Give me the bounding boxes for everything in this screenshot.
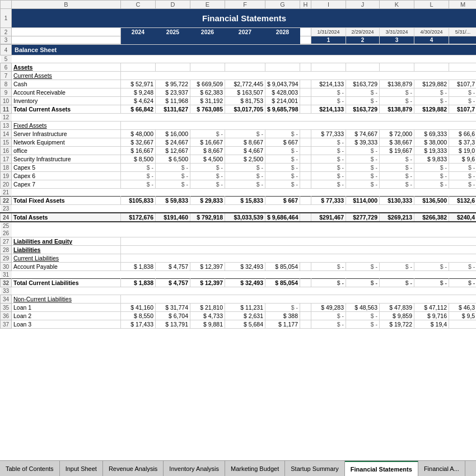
loan3-label: Loan 3 [12,320,121,329]
period-num-l: 4 [414,36,449,44]
tab-inventory-analysis[interactable]: Inventory Analysis [164,461,225,476]
total-fixed-assets-row: 22 Total Fixed Assets $105,833 $ 59,833 … [1,197,477,205]
account-receivable-label: Account Receivable [12,88,121,97]
tab-input-sheet[interactable]: Input Sheet [60,461,103,476]
spreadsheet-title: Financial Statements [12,9,477,28]
loan1-label: Loan 1 [12,304,121,312]
capex5-row: 18 Capex 5 $ - $ - $ - $ - $ - $ - $ - $… [1,164,477,172]
date-col-l: 4/30/2024 [414,28,449,36]
capex5-label: Capex 5 [12,164,121,172]
current-assets-label-row: 7 Current Assets [1,72,477,80]
loan1-row: 35 Loan 1 $ 41,160 $ 31,774 $ 21,810 $ 1… [1,304,477,312]
empty-row-23: 23 [1,205,477,213]
empty-row-12: 12 [1,114,477,122]
tab-bar: Table of Contents Input Sheet Revenue An… [0,460,476,476]
col-m-header: M [449,1,477,9]
liabilities-label-row: 28 Liabilities [1,246,477,254]
spreadsheet-container: B C D E F G H I J K L M 1 Financial Stat… [0,0,476,460]
total-current-liabilities-row: 32 Total Current Liabilities $ 1,838 $ 4… [1,279,477,287]
row-2-num: 2 [1,28,12,36]
account-payable-row: 30 Account Payable $ 1,838 $ 4,757 $ 12,… [1,263,477,271]
liabilities-equity-label-row: 27 Liabilities and Equity [1,237,477,246]
fixed-assets-label: Fixed Assets [12,122,121,130]
loan3-row: 37 Loan 3 $ 17,433 $ 13,791 $ 9,881 $ 5,… [1,320,477,329]
period-num-m [449,36,477,44]
year-2026: 2026 [190,28,225,36]
col-g-header: G [265,1,300,9]
noncurrent-liabilities-label: Non-Current Liabilities [12,295,121,304]
cash-i: $214,133 [311,80,346,88]
cash-row: 8 Cash $ 52,971 $ 95,722 $ 669,509 $2,77… [1,80,477,88]
year-headers-row: 2 2024 2025 2026 2027 2028 1/31/2024 2/2… [1,28,477,36]
server-infra-row: 14 Server Infrastructure $ 48,000 $ 16,0… [1,130,477,138]
date-col-k: 3/31/2024 [380,28,414,36]
tab-financial-a[interactable]: Financial A... [418,461,465,476]
current-liabilities-label-row: 29 Current Liabilities [1,254,477,263]
total-assets-row: 24 Total Assets $172,676 $191,460 $ 792,… [1,213,477,222]
balance-sheet-label: Balance Sheet [12,45,477,55]
assets-label-row: 6 Assets [1,63,477,72]
col-i-header: I [311,1,346,9]
tab-marketing-budget[interactable]: Marketing Budget [225,461,285,476]
cash-m: $107,7 [449,80,477,88]
empty-b3 [12,36,121,44]
assets-label: Assets [12,63,121,72]
grid-scroll-area: 4 Balance Sheet 5 6 Assets [0,44,476,460]
year-2024: 2024 [121,28,156,36]
cash-d: $ 95,722 [156,80,190,88]
cash-label: Cash [12,80,121,88]
empty-row-5: 5 [1,55,477,63]
capex7-row: 20 Capex 7 $ - $ - $ - $ - $ - $ - $ - $… [1,180,477,189]
tab-revenue-analysis[interactable]: Revenue Analysis [103,461,164,476]
cash-e: $ 669,509 [190,80,225,88]
tab-financial-statements[interactable]: Financial Statements [345,461,418,476]
liabilities-label: Liabilities [12,246,121,254]
cash-k: $138,879 [380,80,414,88]
fixed-assets-label-row: 13 Fixed Assets [1,122,477,130]
cash-l: $129,882 [414,80,449,88]
account-receivable-row: 9 Account Receivable $ 9,248 $ 23,937 $ … [1,88,477,97]
col-e-header: E [190,1,225,9]
empty-b2 [12,28,121,36]
period-headers-row: 3 1 2 3 4 [1,36,477,44]
column-letters-row: B C D E F G H I J K L M [1,1,477,9]
capex6-row: 19 Capex 6 $ - $ - $ - $ - $ - $ - $ - $… [1,172,477,180]
cash-f: $2,772,445 [225,80,265,88]
total-current-assets-label: Total Current Assets [12,105,121,114]
period-num-i: 1 [311,36,346,44]
date-col-m: 5/31/... [449,28,477,36]
office-label: office [12,147,121,155]
period-f [225,36,265,44]
capex7-label: Capex 7 [12,180,121,189]
server-infra-label: Server Infrastructure [12,130,121,138]
cash-g: $ 9,043,794 [265,80,300,88]
current-liabilities-label: Current Liabilities [12,254,121,263]
network-equip-row: 15 Network Equipment $ 32,667 $ 24,667 $… [1,138,477,147]
period-e [190,36,225,44]
cash-j: $163,729 [346,80,380,88]
inventory-label: Inventory [12,97,121,105]
tab-table-of-contents[interactable]: Table of Contents [0,461,60,476]
current-assets-label: Current Assets [12,72,121,80]
tab-startup-summary[interactable]: Startup Summary [285,461,345,476]
period-g [265,36,300,44]
capex6-label: Capex 6 [12,172,121,180]
period-num-k: 3 [380,36,414,44]
empty-h2 [300,28,311,36]
network-equip-label: Network Equipment [12,138,121,147]
total-current-liabilities-label: Total Current Liabilities [12,279,121,287]
empty-row-26: 26 [1,230,477,237]
empty-h3 [300,36,311,44]
row-num-header [1,1,12,9]
total-assets-label: Total Assets [12,213,121,222]
date-col-i: 1/31/2024 [311,28,346,36]
row-1-num: 1 [1,9,12,28]
row-3-num: 3 [1,36,12,44]
loan2-row: 36 Loan 2 $ 8,550 $ 6,704 $ 4,733 $ 2,63… [1,312,477,320]
security-infra-label: Security Infrastructure [12,155,121,164]
empty-row-25: 25 [1,222,477,230]
office-row: 16 office $ 16,667 $ 12,667 $ 8,667 $ 4,… [1,147,477,155]
total-fixed-assets-label: Total Fixed Assets [12,197,121,205]
year-2028: 2028 [265,28,300,36]
empty-row-31: 31 [1,271,477,279]
